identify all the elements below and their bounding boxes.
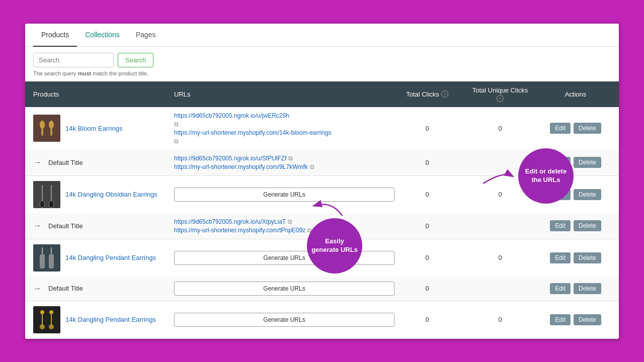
actions-cell: Edit Delete bbox=[540, 252, 611, 263]
copy-icon[interactable]: ⧉ bbox=[288, 218, 292, 225]
variant-title: Default Title bbox=[48, 159, 83, 166]
actions-cell: Edit Delete bbox=[540, 314, 611, 325]
delete-button[interactable]: Delete bbox=[574, 123, 601, 134]
url-link-1[interactable]: https://9d65cb792005.ngrok.io/u/jwERc29h bbox=[174, 112, 394, 119]
variant-cell: → Default Title bbox=[33, 158, 174, 167]
product-name[interactable]: 14k Dangling Pendant Earrings bbox=[65, 254, 156, 261]
copy-icon-2[interactable]: ⧉ bbox=[310, 163, 314, 170]
svg-rect-0 bbox=[33, 115, 60, 142]
generate-urls-button[interactable]: Generate URLs bbox=[174, 282, 394, 296]
arrow-generate-icon bbox=[307, 193, 347, 218]
edit-button[interactable]: Edit bbox=[550, 220, 571, 231]
product-cell: 14k Dangling Pendant Earrings bbox=[33, 244, 174, 272]
total-clicks-value: 0 bbox=[394, 125, 460, 132]
svg-rect-2 bbox=[41, 128, 43, 136]
delete-button[interactable]: Delete bbox=[574, 189, 601, 200]
table-row: → Default Title Generate URLs 0 Edit Del… bbox=[25, 277, 619, 301]
edit-button[interactable]: Edit bbox=[550, 314, 571, 325]
tabs-bar: Products Collections Pages bbox=[25, 24, 619, 47]
svg-point-21 bbox=[49, 324, 54, 329]
arrow-edit-icon bbox=[478, 166, 518, 186]
url-link-v2[interactable]: https://my-url-shortener.myshopify.com/t… bbox=[174, 227, 305, 234]
product-name[interactable]: 14k Dangling Obsidian Earrings bbox=[65, 191, 157, 198]
product-group-4: 14k Dangling Pendant Earrings Generate U… bbox=[25, 301, 619, 339]
svg-point-19 bbox=[49, 310, 53, 314]
col-header-urls: URLs bbox=[174, 90, 394, 98]
edit-button[interactable]: Edit bbox=[550, 123, 571, 134]
copy-icon-2[interactable]: ⧉ bbox=[174, 138, 394, 145]
variant-arrow-icon: → bbox=[33, 284, 41, 293]
callout-generate-bubble: Easily generate URLs bbox=[307, 218, 362, 274]
table-row: 14k Bloom Earrings https://9d65cb792005.… bbox=[25, 107, 619, 150]
actions-cell: Edit Delete bbox=[540, 220, 611, 231]
svg-rect-12 bbox=[40, 254, 45, 268]
delete-button[interactable]: Delete bbox=[574, 314, 601, 325]
product-name[interactable]: 14k Dangling Pendant Earrings bbox=[65, 316, 156, 323]
product-image bbox=[33, 181, 60, 208]
url-cell: Generate URLs bbox=[174, 313, 394, 327]
callout-edit-group: Edit or delete the URLs bbox=[478, 148, 574, 204]
delete-button[interactable]: Delete bbox=[574, 220, 601, 231]
unique-clicks-value: 0 bbox=[460, 316, 540, 323]
svg-point-9 bbox=[49, 201, 54, 208]
total-clicks-value: 0 bbox=[394, 159, 460, 166]
search-input[interactable] bbox=[33, 53, 114, 67]
svg-point-18 bbox=[40, 324, 45, 329]
generate-urls-button[interactable]: Generate URLs bbox=[174, 313, 394, 327]
col-header-total-clicks: Total Clicks i bbox=[394, 90, 460, 98]
total-clicks-value: 0 bbox=[394, 191, 460, 198]
product-cell: 14k Dangling Pendant Earrings bbox=[33, 306, 174, 333]
variant-cell: → Default Title bbox=[33, 221, 174, 230]
svg-point-3 bbox=[49, 121, 54, 129]
product-image bbox=[33, 115, 60, 142]
copy-icon[interactable]: ⧉ bbox=[288, 155, 293, 162]
product-cell: 14k Bloom Earrings bbox=[33, 115, 174, 142]
copy-icon[interactable]: ⧉ bbox=[174, 121, 394, 128]
search-hint: The search query must match the product … bbox=[25, 70, 619, 81]
url-cell: Generate URLs bbox=[174, 282, 394, 296]
svg-rect-5 bbox=[33, 181, 60, 208]
delete-button[interactable]: Delete bbox=[574, 157, 601, 168]
svg-point-1 bbox=[40, 121, 45, 129]
product-name[interactable]: 14k Bloom Earrings bbox=[65, 125, 122, 132]
search-bar: Search bbox=[25, 47, 619, 70]
tab-products[interactable]: Products bbox=[33, 24, 77, 47]
product-image bbox=[33, 244, 60, 272]
edit-button[interactable]: Edit bbox=[550, 283, 571, 294]
url-link-v2[interactable]: https://my-url-shortener.myshopify.com/9… bbox=[174, 163, 308, 170]
variant-cell: → Default Title bbox=[33, 284, 174, 293]
variant-title: Default Title bbox=[48, 285, 83, 292]
product-image bbox=[33, 306, 60, 333]
total-clicks-info-icon[interactable]: i bbox=[441, 90, 448, 98]
url-cell: https://9d65cb792005.ngrok.io/u/jwERc29h… bbox=[174, 112, 394, 145]
col-header-actions: Actions bbox=[540, 90, 611, 98]
variant-title: Default Title bbox=[48, 222, 83, 230]
tab-collections[interactable]: Collections bbox=[77, 24, 127, 47]
tab-pages[interactable]: Pages bbox=[128, 24, 164, 47]
svg-rect-15 bbox=[33, 306, 60, 333]
delete-button[interactable]: Delete bbox=[574, 283, 601, 294]
svg-point-16 bbox=[40, 310, 44, 314]
unique-clicks-value: 0 bbox=[460, 254, 540, 261]
delete-button[interactable]: Delete bbox=[574, 252, 601, 263]
url-link-v1[interactable]: https://9d65cb792005.ngrok.io/u/SfPUlFZf bbox=[174, 155, 286, 162]
unique-clicks-info-icon[interactable]: i bbox=[497, 95, 504, 102]
svg-rect-14 bbox=[49, 254, 54, 268]
table-row: 14k Dangling Pendant Earrings Generate U… bbox=[25, 301, 619, 338]
svg-point-7 bbox=[40, 201, 45, 208]
col-header-unique-clicks: Total Unique Clicks i bbox=[460, 86, 540, 102]
url-link-v1[interactable]: https://9d65cb792005.ngrok.io/u/XtpyLiaT bbox=[174, 218, 286, 225]
edit-button[interactable]: Edit bbox=[550, 252, 571, 263]
table-header: Products URLs Total Clicks i Total Uniqu… bbox=[25, 81, 619, 107]
url-cell: https://9d65cb792005.ngrok.io/u/SfPUlFZf… bbox=[174, 155, 394, 170]
variant-arrow-icon: → bbox=[33, 158, 41, 167]
variant-arrow-icon: → bbox=[33, 221, 41, 230]
unique-clicks-value: 0 bbox=[460, 125, 540, 132]
url-link-2[interactable]: https://my-url-shortener.myshopify.com/1… bbox=[174, 129, 394, 136]
svg-rect-10 bbox=[33, 244, 60, 272]
svg-rect-4 bbox=[50, 128, 52, 136]
search-button[interactable]: Search bbox=[118, 53, 153, 67]
callout-generate-group: Easily generate URLs bbox=[307, 193, 362, 274]
actions-cell: Edit Delete bbox=[540, 283, 611, 294]
app-container: Products Collections Pages Search The se… bbox=[25, 24, 619, 339]
